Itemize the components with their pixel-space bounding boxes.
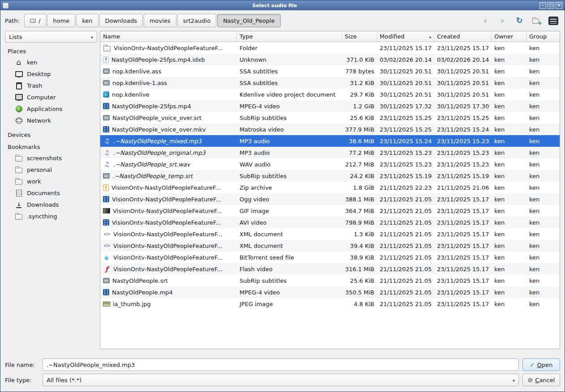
file-group: ken — [526, 68, 560, 75]
breadcrumb-root[interactable]: / — [24, 14, 46, 27]
window-icon — [3, 3, 9, 9]
subtitles-icon — [103, 80, 110, 85]
sidebar-item-trash[interactable]: Trash — [5, 80, 97, 91]
open-button[interactable]: Open — [522, 358, 560, 371]
file-type: SubRip subtitles — [237, 277, 342, 284]
file-type: Kdenlive video project document — [237, 91, 342, 98]
column-header-name[interactable]: Name — [100, 31, 237, 42]
chevron-down-icon — [513, 377, 515, 383]
file-group: ken — [526, 266, 560, 273]
sidebar-item-label: Computer — [27, 94, 56, 101]
file-dialog-window: Select audio file – □ ✕ Path: /homekenDo… — [0, 0, 565, 392]
column-header-label: Size — [345, 33, 357, 40]
file-row[interactable]: ?NastyOldPeople-25fps.mp4.idxbUnknown371… — [100, 54, 560, 65]
minimize-button[interactable]: – — [539, 2, 546, 9]
file-modified: 21/11/2025 21.05 — [377, 243, 434, 249]
file-modified: 23/11/2025 15.23 — [377, 161, 434, 168]
column-header-group[interactable]: Group — [526, 31, 560, 42]
breadcrumb-label: home — [53, 17, 69, 24]
file-type: MP3 audio — [237, 149, 342, 156]
file-name: NastyOldPeople.srt — [112, 277, 168, 284]
video-icon — [103, 103, 109, 109]
file-created: 23/11/2025 15.19 — [434, 173, 492, 179]
view-options-icon[interactable] — [548, 17, 558, 25]
sidebar-item-documents[interactable]: Documents — [5, 187, 97, 199]
reload-icon[interactable] — [514, 16, 524, 26]
sidebar-item-network[interactable]: Network — [5, 115, 97, 126]
column-header-label: Owner — [494, 33, 513, 40]
sidebar-item-computer[interactable]: Computer — [5, 91, 97, 103]
breadcrumb-movies[interactable]: movies — [144, 14, 176, 27]
cancel-button[interactable]: Cancel — [522, 374, 560, 386]
file-owner: ken — [492, 196, 526, 203]
forward-icon[interactable] — [497, 16, 507, 26]
breadcrumb-srt2audio[interactable]: srt2audio — [177, 14, 217, 27]
sidebar-item-work[interactable]: work — [5, 175, 97, 187]
file-row[interactable]: nop.kdenlive.assSSA subtitles778 bytes30… — [100, 65, 560, 77]
filename-input[interactable] — [43, 358, 519, 371]
plus-icon: + — [538, 21, 542, 26]
close-button[interactable]: ✕ — [556, 2, 562, 9]
file-row[interactable]: NastyOldPeople_voice_over.mkvMatroska vi… — [100, 124, 560, 135]
titlebar[interactable]: Select audio file – □ ✕ — [0, 0, 565, 10]
file-name-cell: VisionOntv-NastyOldPeopleFeatureF... — [100, 254, 237, 261]
file-row[interactable]: ♫.~NastyOldPeople_mixed.mp3MP3 audio38.6… — [100, 135, 560, 147]
sidebar-item-screenshots[interactable]: screenshots — [5, 152, 97, 164]
sidebar-item-label: personal — [27, 166, 52, 173]
file-row[interactable]: ia_thumb.jpgJPEG image4.8 KiB21/11/2025 … — [100, 298, 560, 310]
file-type: AVI video — [237, 219, 342, 226]
file-row[interactable]: nop.kdenlive-1.assSSA subtitles31.2 KiB3… — [100, 77, 560, 89]
file-row[interactable]: !VisionOntv-NastyOldPeopleFeatureF...Zip… — [100, 182, 560, 193]
file-row[interactable]: VisionOntv-NastyOldPeopleFeatureF...GIF … — [100, 205, 560, 217]
file-row[interactable]: VisionOntv-NastyOldPeopleFeatureF...Fold… — [100, 42, 560, 54]
file-created: 23/11/2025 15.24 — [434, 126, 492, 133]
file-row[interactable]: VisionOntv-NastyOldPeopleFeatureF...AVI … — [100, 217, 560, 228]
file-size: 350.5 MiB — [342, 289, 377, 296]
file-row[interactable]: .~NastyOldPeople_temp.srtSubRip subtitle… — [100, 170, 560, 182]
file-row[interactable]: ♫.~NastyOldPeople_srt.wavWAV audio212.7 … — [100, 158, 560, 170]
file-type: Unknown — [237, 56, 342, 63]
new-folder-icon[interactable]: + — [531, 17, 541, 25]
sidebar-item-syncthing[interactable]: .syncthing — [5, 210, 97, 222]
column-header-type[interactable]: Type — [237, 31, 342, 42]
back-icon[interactable] — [480, 16, 490, 26]
file-row[interactable]: ▸nop.kdenliveKdenlive video project docu… — [100, 89, 560, 100]
lists-dropdown[interactable]: Lists — [5, 31, 97, 43]
file-modified: 21/11/2025 21.05 — [377, 219, 434, 226]
file-row[interactable]: NastyOldPeople-25fps.mp4MPEG-4 video1.2 … — [100, 100, 560, 112]
file-row[interactable]: ♫.~NastyOldPeople_original.mp3MP3 audio7… — [100, 147, 560, 158]
file-row[interactable]: VisionOntv-NastyOldPeopleFeatureF...Ogg … — [100, 193, 560, 205]
sidebar-item-label: Trash — [27, 82, 42, 89]
maximize-button[interactable]: □ — [548, 2, 554, 9]
sidebar-item-applications[interactable]: Applications — [5, 103, 97, 115]
file-row[interactable]: NastyOldPeople.mp4MPEG-4 video350.5 MiB2… — [100, 286, 560, 298]
sidebar-item-downloads[interactable]: ↓Downloads — [5, 199, 97, 210]
folder-icon — [15, 155, 23, 162]
column-header-size[interactable]: Size — [342, 31, 377, 42]
file-row[interactable]: VisionOntv-NastyOldPeopleFeatureF...BitT… — [100, 251, 560, 263]
sidebar-item-personal[interactable]: personal — [5, 164, 97, 175]
column-header-created[interactable]: Created — [434, 31, 492, 42]
file-modified: 30/11/2025 20.51 — [377, 68, 434, 75]
breadcrumb-downloads[interactable]: Downloads — [99, 14, 143, 27]
file-created: 23/11/2025 15.17 — [434, 266, 492, 273]
column-header-owner[interactable]: Owner — [492, 31, 526, 42]
file-name-cell: NastyOldPeople.mp4 — [100, 289, 237, 296]
file-row[interactable]: ƒVisionOntv-NastyOldPeopleFeatureF...Fla… — [100, 263, 560, 275]
file-row[interactable]: NastyOldPeople_voice_over.srtSubRip subt… — [100, 112, 560, 124]
file-row[interactable]: NastyOldPeople.srtSubRip subtitles25.6 K… — [100, 275, 560, 286]
breadcrumb-ken[interactable]: ken — [76, 14, 98, 27]
file-name: VisionOntv-NastyOldPeopleFeatureF... — [112, 219, 221, 226]
network-icon — [15, 116, 23, 124]
filetype-dropdown[interactable]: All files (*.*) — [43, 374, 519, 386]
column-header-modified[interactable]: Modified▴ — [377, 31, 434, 42]
sidebar-item-desktop[interactable]: Desktop — [5, 68, 97, 80]
sidebar-item-label: .syncthing — [27, 213, 57, 220]
file-owner: ken — [492, 301, 526, 307]
sidebar-item-ken[interactable]: ⌂ken — [5, 56, 97, 68]
file-row[interactable]: </>VisionOntv-NastyOldPeopleFeatureF...X… — [100, 228, 560, 240]
unknown-icon: ? — [103, 56, 109, 63]
file-row[interactable]: </>VisionOntv-NastyOldPeopleFeatureF...X… — [100, 240, 560, 251]
breadcrumb-nasty-old-people[interactable]: Nasty_Old_People — [217, 14, 281, 27]
breadcrumb-home[interactable]: home — [47, 14, 75, 27]
